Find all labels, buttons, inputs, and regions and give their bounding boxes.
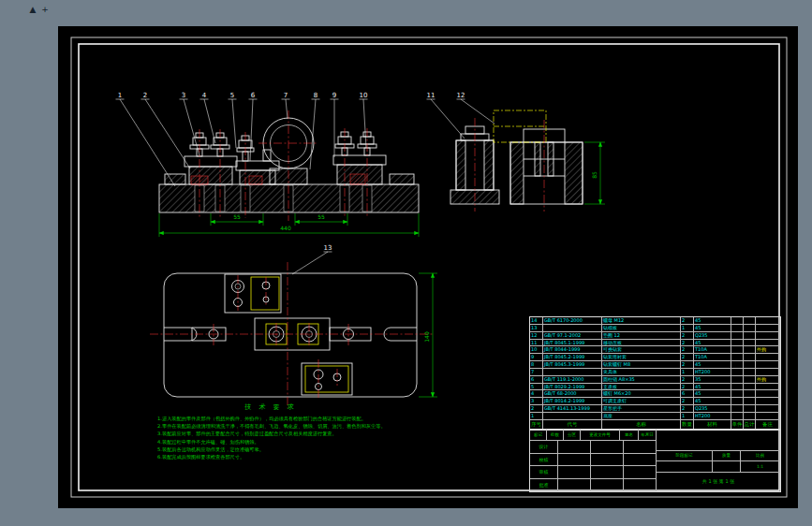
bom-cell: 8 bbox=[530, 361, 543, 369]
title-block-role-label: 校核 bbox=[530, 454, 558, 467]
bom-cell: T10A bbox=[694, 346, 731, 354]
bom-cell: 6 bbox=[530, 376, 543, 384]
balloon-label: 11 bbox=[427, 92, 436, 99]
bom-cell: 圆柱销 A8×35 bbox=[602, 376, 681, 384]
tech-requirement-line: 4.装配过程中零件不允许磕、碰、划伤和锈蚀。 bbox=[157, 438, 384, 446]
bom-cell bbox=[543, 369, 602, 376]
bom-cell: 垫圈 12 bbox=[602, 332, 681, 340]
bom-cell: JB/T 8045.3-1999 bbox=[543, 361, 602, 369]
bom-cell: 3 bbox=[530, 398, 543, 405]
bom-cell bbox=[731, 384, 744, 391]
bom-cell: GB/T 97.1-2002 bbox=[543, 332, 602, 340]
bom-cell bbox=[756, 398, 780, 405]
bom-cell: 2 bbox=[681, 317, 694, 325]
title-block-blank-cell bbox=[558, 479, 591, 492]
scale-label: 比例 bbox=[741, 450, 780, 461]
cad-viewer-window: ▲ + bbox=[0, 0, 812, 526]
bom-cell bbox=[756, 405, 780, 413]
bom-cell bbox=[731, 369, 744, 376]
title-block-blank-cell bbox=[558, 466, 591, 479]
bom-cell: 14 bbox=[530, 317, 543, 325]
bom-cell bbox=[731, 325, 744, 332]
bom-cell: JB/T 8045.1-1999 bbox=[543, 340, 602, 347]
bom-cell: GB/T 119.1-2000 bbox=[543, 376, 602, 384]
bom-row: 4GB/T 68-2000螺钉 M6×20645 bbox=[530, 390, 780, 398]
bom-cell: 1 bbox=[681, 413, 694, 420]
dimension-text: 440 bbox=[280, 225, 291, 231]
parts-list-table: 14GB/T 6170-2000螺母 M1224513钻模板14512GB/T … bbox=[529, 316, 781, 431]
tech-requirement-line: 6.装配完成后按图样要求检查各部尺寸。 bbox=[157, 453, 384, 460]
balloon-label: 13 bbox=[324, 244, 332, 252]
bom-cell: 5 bbox=[530, 384, 543, 391]
title-block-header-cell: 标记 bbox=[530, 430, 547, 441]
title-block-right: 阶段标记 质量 比例 1:1 共 1 张 第 1 张 bbox=[657, 430, 780, 491]
balloon-label: 12 bbox=[457, 92, 465, 99]
tech-requirement-line: 2.零件在装配前必须清理和清洗干净，不得有毛刺、飞边、氧化皮、锈蚀、切屑、油污、… bbox=[157, 422, 384, 430]
balloon-label: 3 bbox=[182, 92, 185, 99]
bom-cell: 2 bbox=[681, 398, 694, 405]
balloon-label: 9 bbox=[332, 92, 336, 99]
bom-cell bbox=[756, 361, 780, 369]
balloon-label: 6 bbox=[251, 92, 256, 99]
title-block-blank-cell bbox=[591, 479, 624, 492]
bom-cell bbox=[731, 413, 744, 420]
bom-cell bbox=[731, 398, 744, 405]
bom-cell: 10 bbox=[530, 346, 543, 354]
bom-cell: HT200 bbox=[694, 413, 731, 420]
bom-cell: 2 bbox=[530, 405, 543, 413]
bom-rows: 14GB/T 6170-2000螺母 M1224513钻模板14512GB/T … bbox=[530, 317, 780, 420]
bom-cell bbox=[744, 398, 756, 405]
bom-cell bbox=[744, 390, 756, 398]
bom-cell bbox=[744, 384, 756, 391]
tech-requirement-line: 3.装配前应对零、部件的主要配合尺寸，特别是过盈配合尺寸及相关精度进行复查。 bbox=[157, 430, 384, 437]
bom-cell bbox=[744, 346, 756, 354]
right-boss bbox=[390, 174, 414, 184]
bom-cell: 45 bbox=[694, 398, 731, 405]
bom-cell bbox=[756, 354, 780, 361]
title-block-blank-cell bbox=[624, 466, 657, 479]
bom-cell: 外购 bbox=[756, 376, 780, 384]
sheet-count: 共 1 张 第 1 张 bbox=[657, 473, 780, 491]
balloon-label: 7 bbox=[284, 92, 288, 99]
bom-cell bbox=[744, 369, 756, 376]
bom-cell: Q235 bbox=[694, 332, 731, 340]
bom-cell bbox=[756, 325, 780, 332]
bom-cell: 45 bbox=[694, 390, 731, 398]
balloon-label: 10 bbox=[360, 92, 368, 99]
bom-cell: GB/T 68-2000 bbox=[543, 390, 602, 398]
title-block-blank-cell bbox=[558, 441, 591, 454]
stage-mark-value bbox=[657, 461, 713, 473]
bom-cell bbox=[731, 332, 744, 340]
mass-value bbox=[713, 461, 741, 473]
dimension-text: 55 bbox=[317, 213, 325, 220]
title-block-header-cell: 分区 bbox=[564, 430, 581, 441]
bom-cell: 4 bbox=[530, 390, 543, 398]
title-block-header-cell: 处数 bbox=[547, 430, 564, 441]
title-block-value-row: 1:1 bbox=[657, 461, 780, 473]
bom-cell bbox=[744, 413, 756, 420]
bom-cell bbox=[731, 317, 744, 325]
dimension-text: 55 bbox=[233, 213, 241, 220]
bom-cell bbox=[744, 332, 756, 340]
bom-cell bbox=[744, 361, 756, 369]
bom-cell: JB/T 8045.2-1999 bbox=[543, 354, 602, 361]
title-block-header-cell: 签名 bbox=[620, 430, 639, 441]
bom-cell bbox=[543, 413, 602, 420]
dimension-text: 85 bbox=[591, 171, 598, 179]
scale-value: 1:1 bbox=[741, 461, 780, 473]
bom-cell bbox=[731, 405, 744, 413]
bom-cell: 1 bbox=[530, 413, 543, 420]
bom-cell: 螺钉 M6×20 bbox=[602, 390, 681, 398]
bom-cell: 2 bbox=[681, 354, 694, 361]
bom-cell: 45 bbox=[694, 384, 731, 391]
bom-cell: 11 bbox=[530, 340, 543, 347]
bom-cell: 外购 bbox=[756, 346, 780, 354]
bom-cell: GB/T 4141.13-1999 bbox=[543, 405, 602, 413]
bom-cell: 钻套螺钉 M8 bbox=[602, 361, 681, 369]
title-block-role-label: 设计 bbox=[530, 441, 558, 454]
bom-cell bbox=[744, 340, 756, 347]
bom-cell: GB/T 6170-2000 bbox=[543, 317, 602, 325]
balloon-label: 8 bbox=[314, 92, 317, 99]
bom-cell bbox=[756, 413, 780, 420]
drawing-name-cell bbox=[657, 430, 780, 451]
